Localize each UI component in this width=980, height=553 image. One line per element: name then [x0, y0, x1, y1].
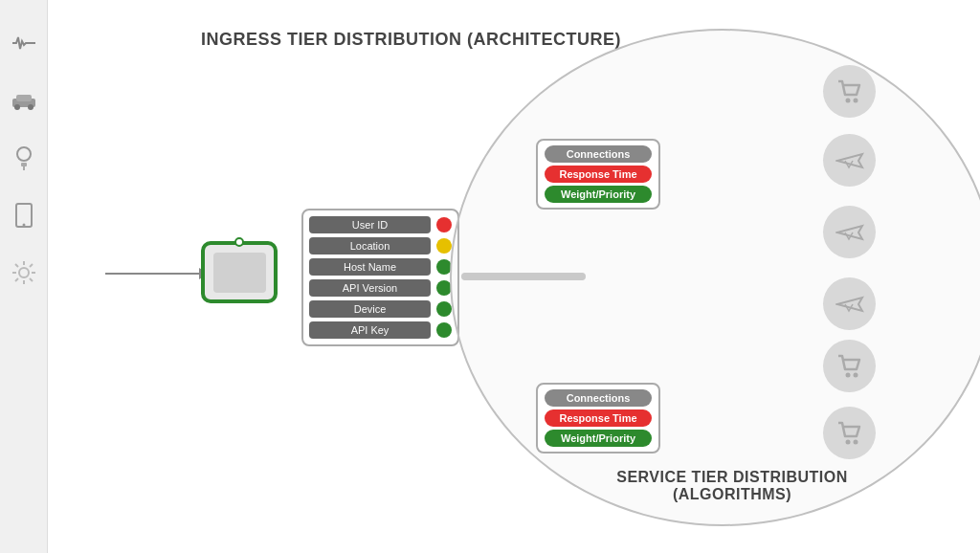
ingress-title: INGRESS TIER DISTRIBUTION (ARCHITECTURE): [201, 29, 621, 51]
svg-point-19: [853, 98, 858, 102]
tablet-icon[interactable]: [10, 201, 38, 230]
svg-point-4: [17, 147, 31, 161]
svg-point-23: [853, 439, 858, 444]
lightbulb-icon[interactable]: [10, 144, 38, 172]
sun-icon[interactable]: [10, 258, 38, 287]
algo-box-top: Connections Response Time Weight/Priorit…: [536, 139, 660, 210]
device-box: [201, 241, 278, 303]
table-row: Device: [309, 300, 452, 318]
plane-icon-3: [823, 277, 876, 330]
device-dot-indicator: [436, 301, 452, 317]
svg-point-9: [19, 268, 29, 277]
plane-icon-2: [823, 206, 876, 258]
device-screen: [213, 253, 266, 293]
sidebar: [0, 0, 48, 553]
input-arrow: [105, 273, 201, 275]
svg-point-20: [845, 372, 850, 377]
cart-icon-3: [823, 407, 876, 459]
table-row: Host Name: [309, 258, 452, 276]
api-version-label: API Version: [309, 279, 431, 297]
main-content: INGRESS TIER DISTRIBUTION (ARCHITECTURE)…: [48, 0, 980, 553]
svg-point-3: [28, 104, 33, 110]
user-id-dot: [436, 217, 452, 232]
svg-rect-7: [16, 204, 32, 227]
table-row: API Key: [309, 321, 452, 339]
cart-icon-1: [823, 65, 876, 118]
svg-rect-5: [21, 163, 27, 166]
svg-point-21: [853, 372, 858, 377]
hostname-label: Host Name: [309, 258, 431, 276]
device-dot: [234, 237, 244, 247]
weight-priority-label-top: Weight/Priority: [545, 186, 652, 203]
car-icon[interactable]: [10, 86, 38, 115]
connections-label-top: Connections: [545, 145, 652, 163]
svg-line-15: [30, 278, 33, 281]
svg-line-16: [30, 264, 33, 267]
svg-rect-1: [16, 95, 32, 101]
connections-label-bottom: Connections: [545, 389, 652, 407]
svg-line-14: [15, 264, 18, 267]
cart-icon-2: [823, 340, 876, 392]
response-time-label-bottom: Response Time: [545, 409, 652, 427]
location-label: Location: [309, 237, 431, 254]
table-row: User ID: [309, 216, 452, 233]
svg-line-17: [15, 278, 18, 281]
algo-box-bottom: Connections Response Time Weight/Priorit…: [536, 383, 660, 453]
plane-icon-1: [823, 134, 876, 187]
svg-point-8: [22, 224, 25, 227]
service-tier-title: SERVICE TIER DISTRIBUTION(ALGORITHMS): [603, 469, 861, 503]
weight-priority-label-bottom: Weight/Priority: [545, 430, 652, 447]
user-id-label: User ID: [309, 216, 431, 233]
service-tier-circle: [450, 29, 980, 526]
svg-point-18: [845, 98, 850, 102]
table-row: Location: [309, 237, 452, 254]
device-label: Device: [309, 300, 431, 318]
svg-point-2: [14, 104, 20, 110]
table-row: API Version: [309, 279, 452, 297]
response-time-label-top: Response Time: [545, 166, 652, 183]
api-key-label: API Key: [309, 321, 431, 339]
svg-point-22: [845, 439, 850, 444]
api-key-dot: [436, 322, 452, 338]
location-dot: [436, 238, 452, 254]
wave-icon[interactable]: [10, 29, 38, 57]
distribution-table: User ID Location Host Name API Version D…: [301, 209, 459, 346]
